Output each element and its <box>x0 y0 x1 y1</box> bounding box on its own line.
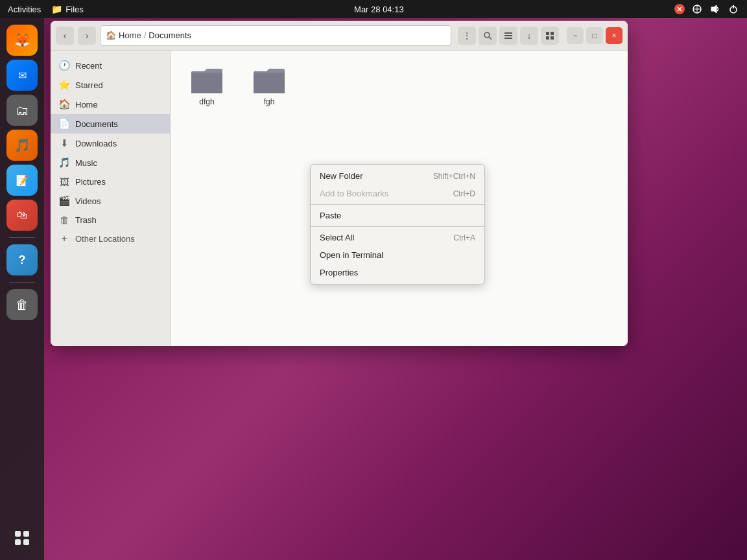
maximize-button[interactable]: □ <box>586 27 603 44</box>
file-name-dfgh: dfgh <box>199 97 214 106</box>
add-bookmark-shortcut: Ctrl+D <box>453 189 475 198</box>
breadcrumb-separator: / <box>144 30 147 40</box>
dock-item-rhythmbox[interactable]: 🎵 <box>6 130 38 161</box>
trash-icon: 🗑 <box>16 298 29 312</box>
file-grid: dfgh fgh <box>181 61 617 111</box>
context-menu-select-all[interactable]: Select All Ctrl+A <box>311 229 484 246</box>
dock-separator-2 <box>9 282 35 283</box>
firefox-icon: 🦊 <box>14 32 30 48</box>
breadcrumb: 🏠 Home / Documents <box>100 25 451 46</box>
forward-button[interactable]: › <box>78 27 96 45</box>
context-menu-new-folder[interactable]: New Folder Shift+Ctrl+N <box>311 167 484 185</box>
folder-icon-fgh <box>254 66 285 93</box>
topbar-datetime: Mar 28 04:13 <box>354 5 404 14</box>
menu-dots-button[interactable]: ⋮ <box>458 27 476 45</box>
svg-rect-10 <box>15 539 21 545</box>
select-all-label: Select All <box>320 233 354 242</box>
close-button[interactable]: × <box>606 27 622 44</box>
grid-icon <box>13 529 31 547</box>
back-button[interactable]: ‹ <box>56 27 74 45</box>
svg-rect-23 <box>191 73 222 93</box>
sidebar-item-downloads[interactable]: ⬇ Downloads <box>51 134 170 153</box>
context-menu-add-bookmark: Add to Bookmarks Ctrl+D <box>311 185 484 202</box>
new-folder-shortcut: Shift+Ctrl+N <box>433 172 475 181</box>
network-icon[interactable] <box>691 3 703 15</box>
rhythmbox-icon: 🎵 <box>14 137 30 153</box>
sidebar-label-videos: Videos <box>75 196 101 206</box>
open-terminal-label: Open in Terminal <box>320 250 383 260</box>
topbar-app-name[interactable]: 📁 Files <box>51 4 83 14</box>
context-menu-properties[interactable]: Properties <box>311 264 484 281</box>
sidebar-label-documents: Documents <box>75 119 118 129</box>
svg-rect-25 <box>254 73 285 93</box>
sidebar-item-starred[interactable]: ⭐ Starred <box>51 75 170 95</box>
svg-rect-17 <box>546 32 549 35</box>
context-menu-open-terminal[interactable]: Open in Terminal <box>311 246 484 264</box>
sidebar-item-pictures[interactable]: 🖼 Pictures <box>51 172 170 191</box>
main-content: dfgh fgh New Folder <box>171 51 628 346</box>
power-icon[interactable] <box>728 3 739 15</box>
breadcrumb-current: Documents <box>148 30 191 40</box>
topbar-close-icon[interactable] <box>674 4 685 14</box>
topbar-right <box>674 3 739 15</box>
sidebar-item-documents[interactable]: 📄 Documents <box>51 114 170 134</box>
svg-line-13 <box>489 37 492 40</box>
dock-item-firefox[interactable]: 🦊 <box>6 25 38 56</box>
dock-item-trash[interactable]: 🗑 <box>6 289 38 320</box>
other-locations-icon: + <box>58 233 70 244</box>
sidebar-label-music: Music <box>75 158 97 168</box>
sidebar-label-downloads: Downloads <box>75 139 117 148</box>
breadcrumb-home[interactable]: Home <box>119 30 141 40</box>
close-x-icon <box>676 6 683 12</box>
writer-icon: 📝 <box>16 174 29 187</box>
home-icon: 🏠 <box>106 30 116 40</box>
new-folder-label: New Folder <box>320 171 362 181</box>
sidebar-item-music[interactable]: 🎵 Music <box>51 153 170 172</box>
svg-rect-20 <box>551 36 554 40</box>
svg-rect-19 <box>546 36 549 40</box>
add-bookmark-label: Add to Bookmarks <box>320 189 388 198</box>
thunderbird-icon: ✉ <box>18 69 27 82</box>
dock: 🦊 ✉ 🗂 🎵 📝 🛍 ? 🗑 <box>0 18 44 560</box>
documents-icon: 📄 <box>58 118 70 130</box>
grid-view-button[interactable] <box>541 27 559 45</box>
titlebar-actions: ⋮ ↓ <box>458 27 559 45</box>
context-menu-paste[interactable]: Paste <box>311 207 484 224</box>
sidebar-label-starred: Starred <box>75 80 103 90</box>
file-item-fgh[interactable]: fgh <box>243 61 295 111</box>
file-name-fgh: fgh <box>264 97 275 106</box>
list-view-button[interactable] <box>499 27 517 45</box>
dock-item-grid[interactable] <box>6 522 38 554</box>
dock-item-writer[interactable]: 📝 <box>6 165 38 196</box>
minimize-button[interactable]: − <box>567 27 584 44</box>
svg-rect-9 <box>23 531 29 537</box>
dock-separator <box>9 237 35 238</box>
sidebar-item-recent[interactable]: 🕐 Recent <box>51 56 170 75</box>
volume-icon[interactable] <box>709 3 721 15</box>
music-icon: 🎵 <box>58 157 70 169</box>
trash-sidebar-icon: 🗑 <box>58 215 70 226</box>
files-icon: 🗂 <box>16 103 29 118</box>
svg-marker-5 <box>711 5 717 13</box>
activities-button[interactable]: Activities <box>8 5 41 14</box>
dock-item-files[interactable]: 🗂 <box>6 95 38 126</box>
sidebar-item-other-locations[interactable]: + Other Locations <box>51 229 170 248</box>
svg-point-12 <box>484 32 490 38</box>
sidebar-item-home[interactable]: 🏠 Home <box>51 95 170 114</box>
sidebar-item-trash[interactable]: 🗑 Trash <box>51 211 170 229</box>
select-all-shortcut: Ctrl+A <box>453 233 475 242</box>
topbar-left: Activities 📁 Files <box>8 4 84 14</box>
downloads-icon: ⬇ <box>58 137 70 149</box>
sidebar-item-videos[interactable]: 🎬 Videos <box>51 191 170 211</box>
file-item-dfgh[interactable]: dfgh <box>181 61 233 111</box>
window-controls: − □ × <box>567 27 622 44</box>
dock-item-thunderbird[interactable]: ✉ <box>6 60 38 91</box>
appstore-icon: 🛍 <box>17 209 27 221</box>
sort-button[interactable]: ↓ <box>520 27 538 45</box>
dock-item-help[interactable]: ? <box>6 244 38 275</box>
dock-item-appstore[interactable]: 🛍 <box>6 200 38 231</box>
context-menu: New Folder Shift+Ctrl+N Add to Bookmarks… <box>310 164 485 285</box>
titlebar: ‹ › 🏠 Home / Documents ⋮ <box>51 21 628 51</box>
search-button[interactable] <box>479 27 497 45</box>
properties-label: Properties <box>320 268 358 277</box>
